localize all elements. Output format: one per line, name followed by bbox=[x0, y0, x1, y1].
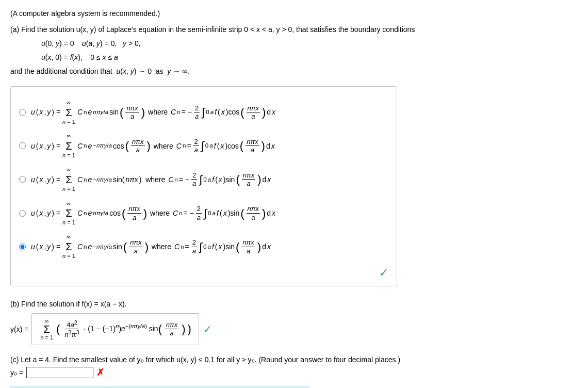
option5-formula: u(x, y) = ∞ Σ n = 1 Cne−nπy/a sin( nπxa … bbox=[31, 233, 271, 261]
option4-formula: u(x, y) = ∞ Σ n = 1 Cnenπy/a cos( nπxa )… bbox=[31, 199, 275, 228]
part-b-answer-label: y(x) = bbox=[10, 325, 28, 333]
option3-formula: u(x, y) = ∞ Σ n = 1 Cne−nπy/a sin(nπx) w… bbox=[31, 165, 271, 193]
radio-opt5[interactable] bbox=[19, 244, 26, 250]
option2-formula: u(x, y) = ∞ Σ n = 1 Cne−nπy/a cos( nπxa … bbox=[31, 132, 275, 160]
wrong-icon: ✗ bbox=[96, 367, 104, 378]
option-row-2: u(x, y) = ∞ Σ n = 1 Cne−nπy/a cos( nπxa … bbox=[19, 132, 388, 160]
part-b-label: (b) Find the solution if f(x) = x(a − x)… bbox=[10, 300, 578, 308]
radio-opt2[interactable] bbox=[19, 142, 26, 149]
option-row-4: u(x, y) = ∞ Σ n = 1 Cnenπy/a cos( nπxa )… bbox=[19, 199, 388, 228]
option-row-3: u(x, y) = ∞ Σ n = 1 Cne−nπy/a sin(nπx) w… bbox=[19, 165, 388, 193]
part-a-checkmark: ✓ bbox=[19, 266, 388, 280]
part-b-checkmark: ✓ bbox=[203, 323, 212, 335]
bc-line2: u(x, 0) = f(x), 0 ≤ x ≤ a bbox=[41, 52, 578, 63]
part-a-intro: (a) Find the solution u(x, y) of Laplace… bbox=[10, 24, 578, 35]
part-a-label: (a) Find the solution bbox=[10, 25, 74, 34]
part-a-description: u(x, y) of Laplace's equation in the sem… bbox=[76, 25, 415, 34]
sigma4: ∞ Σ n = 1 bbox=[62, 199, 75, 228]
option-row-5: u(x, y) = ∞ Σ n = 1 Cne−nπy/a sin( nπxa … bbox=[19, 233, 388, 261]
option-row-1: u(x, y) = ∞ Σ n = 1 Cnenπy/a sin( nπxa )… bbox=[19, 98, 388, 126]
boundary-conditions: u(0, y) = 0 u(a, y) = 0, y > 0, u(x, 0) … bbox=[41, 38, 578, 63]
part-b-formula-box: ∞ Σ n = 1 ( 4a2 n3π3 · (1 − (−1)n)e−(nπy… bbox=[31, 313, 199, 345]
main-content: (A computer algebra system is recommende… bbox=[10, 8, 578, 388]
check-icon: ✓ bbox=[379, 266, 388, 279]
part-c-answer-label: y₀ = bbox=[10, 368, 23, 377]
sigma3: ∞ Σ n = 1 bbox=[62, 165, 75, 193]
bc-line1: u(0, y) = 0 u(a, y) = 0, y > 0, bbox=[41, 38, 578, 49]
part-c-input[interactable] bbox=[26, 367, 93, 378]
part-c-label: (c) Let a = 4. Find the smallest value o… bbox=[10, 355, 578, 364]
additional-condition: and the additional condition that u(x, y… bbox=[10, 66, 578, 77]
header-note: (A computer algebra system is recommende… bbox=[10, 8, 578, 19]
sigma2: ∞ Σ n = 1 bbox=[62, 132, 75, 160]
sigma5: ∞ Σ n = 1 bbox=[62, 233, 75, 261]
radio-opt1[interactable] bbox=[19, 109, 26, 116]
part-b-answer-row: y(x) = ∞ Σ n = 1 ( 4a2 n3π3 · (1 − (−1)n… bbox=[10, 311, 578, 347]
sigma1: ∞ Σ n = 1 bbox=[62, 98, 75, 126]
options-box: u(x, y) = ∞ Σ n = 1 Cnenπy/a sin( nπxa )… bbox=[10, 86, 397, 286]
part-c-answer-row: y₀ = ✗ bbox=[10, 367, 578, 378]
sigma-b: ∞ Σ n = 1 bbox=[40, 318, 53, 341]
radio-opt3[interactable] bbox=[19, 176, 26, 183]
radio-opt4[interactable] bbox=[19, 210, 26, 217]
option1-formula: u(x, y) = ∞ Σ n = 1 Cnenπy/a sin( nπxa )… bbox=[31, 98, 275, 126]
